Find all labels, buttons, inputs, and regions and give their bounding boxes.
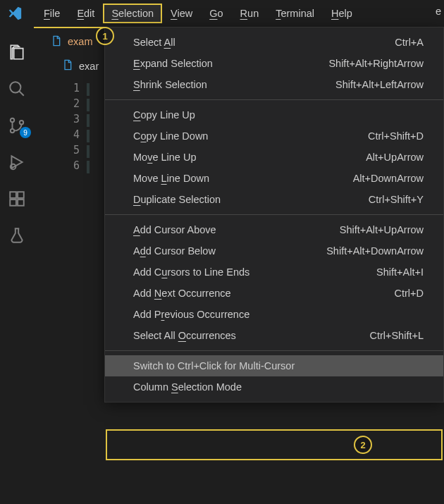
svg-rect-7 <box>18 199 24 206</box>
menu-item-label: Add Next Occurrence <box>133 288 231 299</box>
line-number: 4 <box>73 128 90 144</box>
menu-item-label: Move Line Up <box>133 152 196 163</box>
menu-item[interactable]: Duplicate SelectionCtrl+Shift+Y <box>105 189 443 210</box>
testing-icon[interactable] <box>7 226 27 245</box>
menu-run[interactable]: Run <box>232 4 268 23</box>
menu-item[interactable]: Switch to Ctrl+Click for Multi-Cursor <box>105 355 443 376</box>
svg-point-2 <box>11 129 14 133</box>
menu-item[interactable]: Shrink SelectionShift+Alt+LeftArrow <box>105 74 443 95</box>
menu-bar: FileEditSelectionViewGoRunTerminalHelp e <box>0 0 444 27</box>
menu-separator <box>105 350 443 351</box>
menu-item-shortcut: Shift+Alt+DownArrow <box>326 245 424 257</box>
tab-label: exam <box>68 36 92 47</box>
menu-item-label: Switch to Ctrl+Click for Multi-Cursor <box>133 360 295 371</box>
menu-item[interactable]: Copy Line Up <box>105 104 443 125</box>
menu-selection[interactable]: Selection <box>103 4 162 23</box>
file-icon <box>62 59 73 73</box>
menu-item-label: Copy Line Down <box>133 130 208 142</box>
menu-item-label: Column Selection Mode <box>133 381 242 393</box>
selection-menu-dropdown: Select AllCtrl+AExpand SelectionShift+Al… <box>104 27 444 402</box>
menu-item[interactable]: Expand SelectionShift+Alt+RightArrow <box>105 53 443 74</box>
menu-item-shortcut: Shift+Alt+I <box>376 266 424 278</box>
menu-item-label: Expand Selection <box>133 58 213 69</box>
menu-item[interactable]: Move Line UpAlt+UpArrow <box>105 147 443 168</box>
menu-item-shortcut: Alt+UpArrow <box>366 152 424 163</box>
menu-item[interactable]: Select All OccurrencesCtrl+Shift+L <box>105 325 443 346</box>
svg-point-1 <box>11 118 14 122</box>
run-debug-icon[interactable] <box>7 152 27 172</box>
menu-item-shortcut: Ctrl+Shift+L <box>369 330 424 341</box>
menu-item[interactable]: Add Next OccurrenceCtrl+D <box>105 283 443 304</box>
menu-item-label: Shrink Selection <box>133 79 207 90</box>
scm-badge: 9 <box>20 127 31 138</box>
menu-item[interactable]: Copy Line DownCtrl+Shift+D <box>105 125 443 147</box>
svg-rect-8 <box>18 192 24 198</box>
activity-bar: 9 <box>0 27 34 504</box>
menu-item-shortcut: Ctrl+Shift+Y <box>369 194 424 205</box>
menu-item-label: Copy Line Up <box>133 109 195 121</box>
menu-item-label: Add Cursors to Line Ends <box>133 266 249 278</box>
menu-item-shortcut: Ctrl+A <box>395 37 424 48</box>
line-number: 5 <box>73 144 90 159</box>
line-number: 3 <box>73 113 90 128</box>
menu-item-shortcut: Shift+Alt+UpArrow <box>340 224 424 235</box>
menu-terminal[interactable]: Terminal <box>267 4 323 23</box>
svg-rect-5 <box>10 192 16 198</box>
menu-item-label: Move Line Down <box>133 173 209 184</box>
menu-item-label: Add Cursor Below <box>133 245 216 257</box>
menu-item[interactable]: Select AllCtrl+A <box>105 32 443 53</box>
menu-item-shortcut: Shift+Alt+RightArrow <box>328 58 424 69</box>
menu-item-label: Select All Occurrences <box>133 330 236 341</box>
menu-item-label: Select All <box>133 37 175 48</box>
menu-item[interactable]: Add Cursor BelowShift+Alt+DownArrow <box>105 240 443 262</box>
menu-item[interactable]: Add Cursors to Line EndsShift+Alt+I <box>105 262 443 283</box>
breadcrumb-label: exar <box>79 61 99 72</box>
menu-item-label: Add Previous Occurrence <box>133 309 249 320</box>
svg-point-3 <box>20 121 23 124</box>
menu-separator <box>105 99 443 100</box>
menu-view[interactable]: View <box>162 4 201 23</box>
menu-item[interactable]: Add Previous Occurrence <box>105 304 443 325</box>
menu-file[interactable]: File <box>35 4 68 23</box>
explorer-icon[interactable] <box>7 42 27 62</box>
menu-item-label: Add Cursor Above <box>133 224 216 235</box>
line-number: 1 <box>73 82 90 97</box>
menu-help[interactable]: Help <box>323 4 361 23</box>
svg-point-0 <box>10 82 20 92</box>
svg-rect-6 <box>10 199 16 206</box>
search-icon[interactable] <box>7 79 27 99</box>
menu-item-shortcut: Ctrl+D <box>395 288 424 299</box>
menu-separator <box>105 214 443 215</box>
menu-item[interactable]: Column Selection Mode <box>105 376 443 398</box>
menu-item-shortcut: Alt+DownArrow <box>353 173 424 184</box>
menu-item[interactable]: Add Cursor AboveShift+Alt+UpArrow <box>105 219 443 240</box>
extensions-icon[interactable] <box>7 189 27 209</box>
vscode-logo-icon <box>7 6 23 21</box>
menu-edit[interactable]: Edit <box>68 4 103 23</box>
file-icon <box>51 35 62 49</box>
truncated-hint: e <box>436 6 441 17</box>
line-number: 2 <box>73 97 90 113</box>
line-number-gutter: 123456 <box>73 82 90 175</box>
menu-go[interactable]: Go <box>201 4 231 23</box>
callout-2: 2 <box>354 436 372 454</box>
callout-1: 1 <box>96 27 114 45</box>
line-number: 6 <box>73 159 90 175</box>
menu-item-shortcut: Shift+Alt+LeftArrow <box>335 79 424 90</box>
menu-item-shortcut: Ctrl+Shift+D <box>368 130 424 142</box>
menu-item[interactable]: Move Line DownAlt+DownArrow <box>105 168 443 189</box>
menu-item-label: Duplicate Selection <box>133 194 221 205</box>
source-control-icon[interactable]: 9 <box>7 116 27 135</box>
